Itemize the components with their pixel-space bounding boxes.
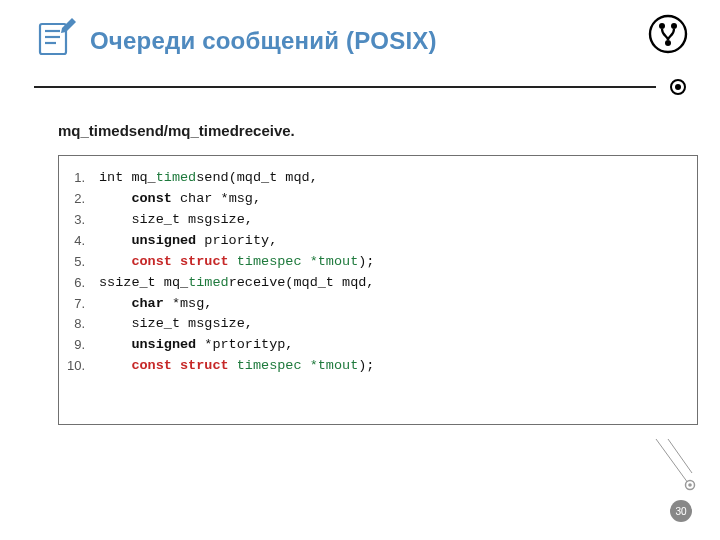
svg-point-4 bbox=[650, 16, 686, 52]
line-number: 6. bbox=[67, 273, 99, 294]
svg-point-7 bbox=[665, 40, 671, 46]
line-content: char *msg, bbox=[99, 294, 212, 315]
divider-dot-icon bbox=[670, 79, 686, 99]
svg-point-9 bbox=[675, 84, 681, 90]
line-content: int mq_timedsend(mqd_t mqd, bbox=[99, 168, 318, 189]
divider-line bbox=[34, 86, 656, 88]
line-number: 10. bbox=[67, 356, 99, 377]
page-number-badge: 30 bbox=[670, 500, 692, 522]
line-number: 3. bbox=[67, 210, 99, 231]
line-content: const char *msg, bbox=[99, 189, 261, 210]
line-content: ssize_t mq_timedreceive(mqd_t mqd, bbox=[99, 273, 374, 294]
code-line: 4. unsigned priority, bbox=[67, 231, 683, 252]
code-line: 5. const struct timespec *tmout); bbox=[67, 252, 683, 273]
svg-point-6 bbox=[671, 23, 677, 29]
subtitle: mq_timedsend/mq_timedreceive. bbox=[58, 122, 686, 139]
divider bbox=[34, 86, 686, 88]
code-line: 6.ssize_t mq_timedreceive(mqd_t mqd, bbox=[67, 273, 683, 294]
line-content: const struct timespec *tmout); bbox=[99, 356, 374, 377]
line-content: unsigned priority, bbox=[99, 231, 277, 252]
line-content: size_t msgsize, bbox=[99, 210, 253, 231]
line-number: 5. bbox=[67, 252, 99, 273]
page-number: 30 bbox=[675, 506, 686, 517]
decorative-lines-icon bbox=[646, 439, 706, 498]
git-branch-circle-icon bbox=[648, 14, 688, 58]
line-number: 1. bbox=[67, 168, 99, 189]
slide: Очереди сообщений (POSIX) mq_timedsend/m… bbox=[0, 0, 720, 540]
line-number: 4. bbox=[67, 231, 99, 252]
line-number: 7. bbox=[67, 294, 99, 315]
notes-pencil-icon bbox=[34, 18, 76, 64]
code-block: 1.int mq_timedsend(mqd_t mqd,2. const ch… bbox=[58, 155, 698, 425]
code-line: 3. size_t msgsize, bbox=[67, 210, 683, 231]
line-content: size_t msgsize, bbox=[99, 314, 253, 335]
line-number: 2. bbox=[67, 189, 99, 210]
line-content: const struct timespec *tmout); bbox=[99, 252, 374, 273]
header: Очереди сообщений (POSIX) bbox=[34, 18, 686, 64]
svg-point-13 bbox=[688, 483, 692, 487]
svg-line-11 bbox=[668, 439, 692, 473]
svg-point-5 bbox=[659, 23, 665, 29]
line-content: unsigned *prtorityp, bbox=[99, 335, 293, 356]
code-line: 9. unsigned *prtorityp, bbox=[67, 335, 683, 356]
code-line: 7. char *msg, bbox=[67, 294, 683, 315]
code-line: 10. const struct timespec *tmout); bbox=[67, 356, 683, 377]
code-line: 1.int mq_timedsend(mqd_t mqd, bbox=[67, 168, 683, 189]
line-number: 8. bbox=[67, 314, 99, 335]
code-line: 2. const char *msg, bbox=[67, 189, 683, 210]
code-line: 8. size_t msgsize, bbox=[67, 314, 683, 335]
line-number: 9. bbox=[67, 335, 99, 356]
slide-title: Очереди сообщений (POSIX) bbox=[90, 27, 437, 55]
